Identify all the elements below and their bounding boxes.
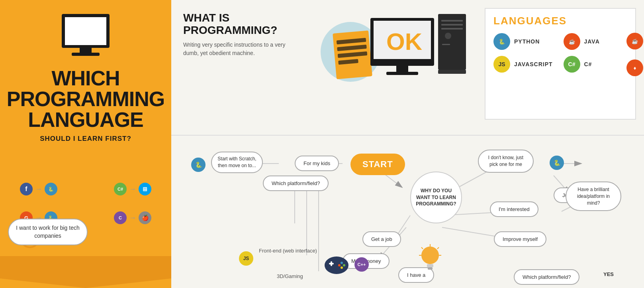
what-is-programming: WHAT IS PROGRAMMING? Writing very specif…	[183, 12, 295, 57]
improve-myself-label: Improve myself	[494, 231, 546, 247]
python-label: PYTHON	[514, 38, 540, 45]
i-dont-know-label: I don't know, just pick one for me	[478, 150, 534, 173]
yes-node: YES	[603, 271, 614, 277]
lightbulb-icon	[418, 243, 442, 275]
big-tech-bubble: I want to work for big tech companies	[8, 219, 88, 245]
svg-rect-21	[438, 70, 466, 74]
main-content: WHAT IS PROGRAMMING? Writing very specif…	[171, 0, 644, 288]
svg-rect-16	[441, 20, 463, 22]
which-platform2-label: Which platform/field?	[514, 269, 579, 285]
extra-lang-1: ☕	[626, 33, 643, 49]
java-label: JAVA	[584, 38, 600, 45]
extra-lang-2: ♦	[626, 59, 643, 76]
scratch-label: Start with Scratch, then move on to...	[211, 152, 263, 173]
left-banner: WHICH PROGRAMMING LANGUAGE SHOULD I LEAR…	[0, 0, 171, 288]
python-icon-small: 🐍	[45, 183, 57, 195]
i-dont-know-node: I don't know, just pick one for me	[478, 150, 534, 173]
lang-csharp: C# C#	[564, 56, 628, 73]
javascript-label: JAVASCRIPT	[514, 61, 553, 67]
svg-rect-39	[331, 261, 332, 266]
svg-rect-13	[396, 66, 408, 72]
what-title: WHAT IS PROGRAMMING?	[183, 12, 295, 37]
svg-point-43	[341, 266, 343, 269]
svg-point-40	[341, 262, 343, 264]
gaming-node: 3D/Gaming	[277, 273, 303, 279]
python-circle: 🐍	[493, 33, 510, 50]
have-brilliant-label: Have a brilliant idea/platform in mind?	[566, 181, 621, 211]
svg-line-48	[437, 247, 439, 249]
svg-rect-20	[442, 44, 450, 45]
get-a-job-node: Get a job	[362, 231, 401, 247]
improve-myself-node: Improve myself	[494, 231, 546, 247]
computer-illustration: OK	[299, 8, 490, 128]
svg-rect-1	[65, 17, 106, 45]
get-a-job-label: Get a job	[362, 231, 401, 247]
flowchart-area: START WHY DO YOU WANT TO LEARN PROGRAMMI…	[171, 136, 644, 288]
frontend-label: Front-end (web interface)	[259, 247, 317, 254]
start-label: START	[350, 154, 405, 175]
for-my-kids-node: For my kids	[295, 156, 339, 171]
what-description: Writing very specific instructions to a …	[183, 41, 295, 57]
java-circle: ☕	[564, 33, 580, 50]
scratch-node: Start with Scratch, then move on to...	[211, 152, 263, 173]
monitor-icon	[54, 12, 117, 60]
which-platform-label: Which platform/field?	[263, 176, 329, 191]
have-brilliant-node: Have a brilliant idea/platform in mind?	[566, 181, 621, 211]
svg-point-42	[338, 264, 341, 266]
languages-title: LANGUAGES	[493, 15, 627, 27]
windows-icon-small: ⊞	[139, 183, 151, 195]
yes-label: YES	[603, 271, 614, 277]
why-learn-node: WHY DO YOU WANT TO LEARN PROGRAMMING?	[410, 172, 462, 223]
which-platform-node: Which platform/field?	[263, 176, 329, 191]
svg-rect-46	[428, 267, 433, 270]
facebook-icon: f	[20, 183, 33, 195]
javascript-circle: JS	[493, 56, 510, 73]
apple-icon: 🍎	[139, 211, 151, 224]
svg-point-44	[421, 247, 439, 264]
gaming-label: 3D/Gaming	[277, 273, 303, 279]
svg-point-41	[343, 264, 345, 266]
svg-rect-14	[386, 72, 418, 75]
csharp-icon-small: C#	[114, 183, 127, 195]
banner-subtitle: SHOULD I LEARN FIRST?	[40, 135, 131, 143]
svg-rect-17	[441, 24, 463, 26]
csharp-circle: C#	[564, 56, 580, 73]
languages-grid: 🐍 PYTHON ☕ JAVA JS JAVASCRIPT C# C#	[493, 33, 627, 73]
game-controller-icon	[323, 253, 350, 277]
python-after-dont-know: 🐍	[550, 156, 564, 170]
svg-rect-18	[441, 28, 463, 30]
banner-title: WHICH PROGRAMMING LANGUAGE	[0, 68, 172, 130]
languages-box: LANGUAGES 🐍 PYTHON ☕ JAVA JS JAVASCRIPT …	[485, 8, 636, 120]
python-after-scratch: 🐍	[191, 158, 206, 172]
start-node: START	[350, 154, 405, 175]
top-section: WHAT IS PROGRAMMING? Writing very specif…	[171, 0, 644, 136]
svg-text:OK: OK	[386, 28, 422, 55]
lang-java: ☕ JAVA	[564, 33, 628, 50]
banner-tag	[0, 256, 171, 288]
lang-python: 🐍 PYTHON	[493, 33, 558, 50]
lang-javascript: JS JAVASCRIPT	[493, 56, 558, 73]
cplusplus-flowchart: C++	[354, 257, 369, 272]
svg-rect-45	[427, 264, 433, 267]
svg-rect-2	[80, 48, 92, 53]
which-platform2-node: Which platform/field?	[514, 269, 579, 285]
cplusplus-icon: C	[114, 211, 127, 224]
frontend-node: Front-end (web interface)	[259, 247, 317, 254]
js-icon-flowchart: JS	[239, 251, 253, 266]
for-my-kids-label: For my kids	[295, 156, 339, 171]
im-interested-node: I'm interested	[490, 201, 538, 217]
im-interested-label: I'm interested	[490, 201, 538, 217]
svg-rect-3	[72, 53, 100, 56]
svg-rect-15	[438, 14, 466, 70]
csharp-label: C#	[584, 61, 592, 67]
svg-point-19	[445, 33, 451, 39]
svg-line-50	[421, 247, 423, 249]
